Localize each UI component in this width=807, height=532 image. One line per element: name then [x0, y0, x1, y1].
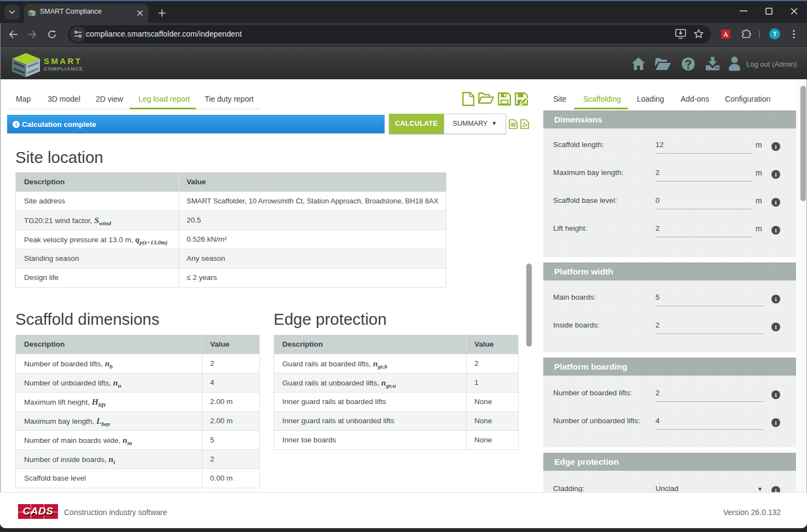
- svg-text:W: W: [510, 122, 516, 128]
